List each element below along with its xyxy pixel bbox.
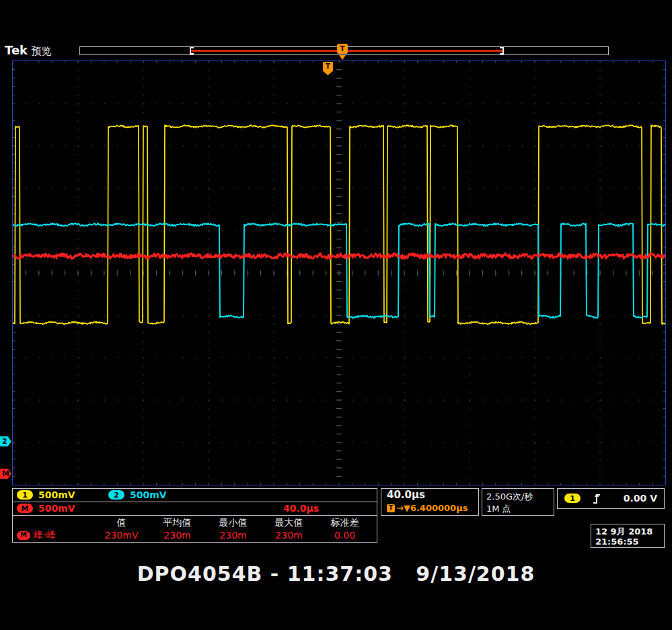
acquisition-readout-box: 2.50G次/秒 1M 点 (482, 488, 554, 516)
measurement-header-row: 值 平均值 最小值 最大值 标准差 (13, 517, 377, 529)
meas-header-min: 最小值 (205, 517, 261, 529)
channel-readout-box: 1 500mV 2 500mV (12, 488, 377, 502)
meas-header-max: 最大值 (261, 517, 317, 529)
tek-logo: Tek (5, 43, 28, 57)
acquisition-mode-label: 预览 (31, 45, 51, 57)
meas-min: 230m (205, 530, 261, 541)
horizontal-readout-box: 40.0µs T →▼6.400000µs (381, 488, 479, 516)
trigger-source-badge: 1 (564, 494, 581, 503)
trigger-position-badge: T (337, 44, 348, 54)
meas-stddev: 0.00 (317, 530, 373, 541)
ch2-badge: 2 (108, 490, 124, 500)
header: Tek 预览 (5, 43, 51, 58)
meas-value: 230mV (94, 530, 149, 541)
ch1-badge: 1 (17, 490, 33, 500)
time-readout: 21:56:55 (595, 537, 639, 547)
meas-name: 峰-峰 (34, 529, 56, 541)
measurement-table: 值 平均值 最小值 最大值 标准差 M 峰-峰 230mV 230m 230m … (12, 515, 377, 543)
datetime-box: 12 9月 2018 21:56:55 (591, 524, 665, 548)
ch1-scale: 500mV (38, 490, 75, 500)
sample-rate: 2.50G次/秒 (486, 491, 533, 503)
waveform-svg (13, 61, 665, 485)
trigger-level: 0.00 V (624, 494, 657, 504)
math-ground-marker: M (0, 469, 11, 479)
math-readout-box: M 500mV 40.0µs (12, 502, 377, 516)
trigger-readout-box: 1 0.00 V (557, 488, 665, 509)
meas-header-value: 值 (94, 517, 149, 529)
meas-max: 230m (261, 530, 317, 541)
measurement-row: M 峰-峰 230mV 230m 230m 230m 0.00 (13, 529, 377, 541)
trigger-position-arrow-icon (339, 55, 346, 60)
math-timebase: 40.0µs (283, 504, 319, 514)
math-badge: M (17, 504, 33, 513)
graticule (12, 61, 666, 485)
meas-mean: 230m (149, 530, 205, 541)
delay-readout: T →▼6.400000µs (387, 503, 468, 513)
trigger-t-icon: T (387, 504, 395, 512)
channel2-ground-marker: 2 (0, 436, 11, 446)
oscilloscope-screen: Tek 预览 T T 2 M 1 500mV 2 500mV M 500mV 4… (0, 0, 672, 630)
record-length: 1M 点 (486, 503, 511, 515)
meas-header-mean: 平均值 (149, 517, 205, 529)
rising-edge-icon (591, 492, 602, 506)
meas-header-stddev: 标准差 (317, 517, 373, 529)
capture-caption: DPO4054B - 11:37:03 9/13/2018 (0, 562, 672, 586)
ch2-scale: 500mV (130, 490, 167, 500)
delay-value: →▼6.400000µs (396, 503, 468, 513)
meas-source-badge: M (17, 531, 30, 540)
math-scale: 500mV (38, 504, 75, 514)
timebase-readout: 40.0µs (387, 490, 425, 500)
